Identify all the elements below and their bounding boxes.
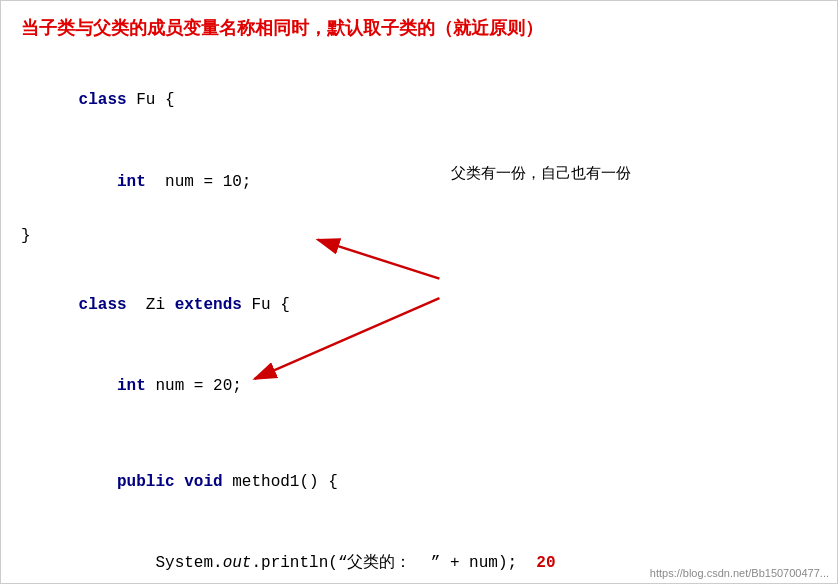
type-int2: int: [79, 377, 146, 395]
keyword-void: void: [184, 473, 222, 491]
code-line-zi-field: int num = 20;: [21, 346, 817, 428]
parent-fu: Fu {: [242, 296, 290, 314]
keyword-class2: class: [79, 296, 127, 314]
classname-zi: Zi: [136, 296, 174, 314]
keyword-extends: extends: [175, 296, 242, 314]
blank1: [21, 250, 817, 264]
println1-rest: .println(: [251, 554, 337, 572]
code-area: class Fu { int num = 10; } class Zi exte…: [21, 60, 817, 584]
output1: 20: [536, 554, 555, 572]
brace-open1: {: [165, 91, 175, 109]
code-line-method: public void method1() {: [21, 441, 817, 523]
type-int1: int: [79, 173, 146, 191]
main-container: 当子类与父类的成员变量名称相同时，默认取子类的（就近原则） class Fu {…: [0, 0, 838, 584]
classname-fu: Fu: [136, 91, 155, 109]
system1: System.: [79, 554, 223, 572]
annotation-text: 父类有一份，自己也有一份: [451, 160, 631, 186]
code-line-fu-field: int num = 10;: [21, 142, 817, 224]
code-line-class-zi: class Zi extends Fu {: [21, 264, 817, 346]
var-num1: num = 10;: [155, 173, 251, 191]
keyword-public: public: [79, 473, 175, 491]
blank2: [21, 427, 817, 441]
code-line-class-fu: class Fu {: [21, 60, 817, 142]
code-line-close1: }: [21, 223, 817, 250]
quote1-open: “父类的：: [338, 554, 431, 572]
watermark: https://blog.csdn.net/Bb150700477...: [650, 567, 829, 579]
keyword-class1: class: [79, 91, 127, 109]
method-sig: method1() {: [223, 473, 338, 491]
out1: out: [223, 554, 252, 572]
quote1-close: ” + num);: [431, 554, 517, 572]
page-title: 当子类与父类的成员变量名称相同时，默认取子类的（就近原则）: [21, 16, 817, 40]
var-num2: num = 20;: [146, 377, 242, 395]
